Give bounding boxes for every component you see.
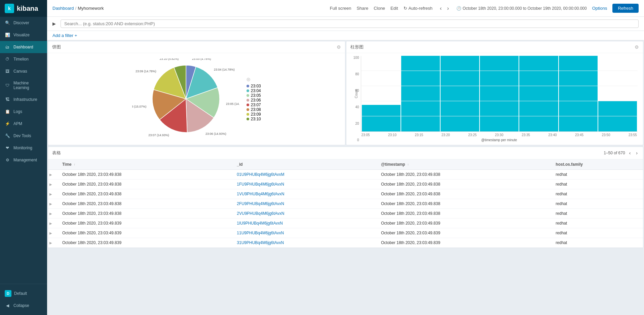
row-expand-7[interactable]: ▶ xyxy=(48,238,58,248)
logo-icon: k xyxy=(5,4,14,13)
th-time[interactable]: Time ↑ xyxy=(58,159,233,170)
table-pagination: 1–50 of 670 ‹ › xyxy=(604,150,639,156)
edit-button[interactable]: Edit xyxy=(390,6,398,11)
row-os-2: redhat xyxy=(552,189,643,199)
row-os-0: redhat xyxy=(552,170,643,180)
row-id-link-0[interactable]: 01U9PHUBq4M6jg6tAvxM xyxy=(237,172,284,177)
search-input[interactable] xyxy=(64,21,635,26)
full-screen-button[interactable]: Full screen xyxy=(330,6,351,11)
add-filter-button[interactable]: Add a filter + xyxy=(52,33,77,38)
row-id-6[interactable]: 11U9PHUBq4M6jg6tAvxN xyxy=(233,228,377,238)
legend-item-7: 23:10 xyxy=(247,117,261,121)
bar-2[interactable] xyxy=(441,56,479,131)
options-button[interactable]: Options xyxy=(592,6,607,11)
row-expand-2[interactable]: ▶ xyxy=(48,189,58,199)
bar-3[interactable] xyxy=(480,56,519,131)
breadcrumb-dashboard[interactable]: Dashboard xyxy=(52,6,74,11)
row-expand-4[interactable]: ▶ xyxy=(48,209,58,219)
sidebar-item-infrastructure[interactable]: 🏗Infrastructure xyxy=(0,93,47,106)
dashboard-icon: 🗂 xyxy=(5,44,10,50)
legend-label-2: 23:05 xyxy=(251,93,261,98)
row-expand-3[interactable]: ▶ xyxy=(48,199,58,209)
th-os[interactable]: host.os.family xyxy=(552,159,643,170)
legend-nav-icon[interactable]: ◎ xyxy=(247,77,261,82)
sidebar-item-monitoring[interactable]: ❤Monitoring xyxy=(0,142,47,154)
sidebar-label-machine-learning: Machine Learning xyxy=(13,81,42,90)
pie-panel-header: 饼图 ⚙ xyxy=(48,41,345,53)
row-id-link-2[interactable]: 1VU9PHUBq4M6jg6tAvxN xyxy=(237,192,284,196)
row-id-0[interactable]: 01U9PHUBq4M6jg6tAvxM xyxy=(233,170,377,180)
row-id-3[interactable]: 2FU9PHUBq4M6jg6tAvxN xyxy=(233,199,377,209)
legend-item-1: 23:04 xyxy=(247,88,261,93)
legend-label-6: 23:09 xyxy=(251,112,261,117)
time-range-display[interactable]: 🕐 October 18th 2020, 23:00:00.000 to Oct… xyxy=(456,6,587,11)
next-page-button[interactable]: › xyxy=(635,150,639,156)
sidebar-label-infrastructure: Infrastructure xyxy=(13,97,37,102)
auto-refresh-button[interactable]: ↻ Auto-refresh xyxy=(404,6,433,11)
row-expand-5[interactable]: ▶ xyxy=(48,219,58,228)
x-label-2305: 23:05 xyxy=(362,133,370,137)
table-row: ▶ October 18th 2020, 23:03:49.839 31U9PH… xyxy=(48,238,643,248)
row-id-link-3[interactable]: 2FU9PHUBq4M6jg6tAvxN xyxy=(237,201,284,206)
sidebar-item-collapse[interactable]: ◀ Collapse xyxy=(0,300,47,312)
next-time-arrow[interactable]: › xyxy=(445,5,451,12)
bar-chart-area: 100 80 60 40 20 0 xyxy=(349,56,638,142)
sidebar-item-dashboard[interactable]: 🗂Dashboard xyxy=(0,41,47,53)
row-id-4[interactable]: 2VU9PHUBq4M6jg6tAvxN xyxy=(233,209,377,219)
grid-line-40 xyxy=(361,86,638,86)
row-id-1[interactable]: 1FU9PHUBq4M6jg6tAvxN xyxy=(233,180,377,189)
row-id-link-5[interactable]: 1IU9PHUBq4M6jg6tAvxN xyxy=(237,221,283,226)
refresh-icon: ↻ xyxy=(404,6,407,11)
sidebar-item-logs[interactable]: 📋Logs xyxy=(0,106,47,118)
row-id-link-7[interactable]: 31U9PHUBq4M6jg6tAvxN xyxy=(237,240,284,245)
row-id-5[interactable]: 1IU9PHUBq4M6jg6tAvxN xyxy=(233,219,377,228)
share-button[interactable]: Share xyxy=(356,6,368,11)
bar-5[interactable] xyxy=(559,56,598,131)
user-avatar: D xyxy=(5,290,11,297)
table-panel: 表格 1–50 of 670 ‹ › Time ↑ _id @timestamp… xyxy=(48,147,643,248)
search-input-wrap xyxy=(61,19,639,28)
sidebar-item-canvas[interactable]: 🖼Canvas xyxy=(0,65,47,77)
row-id-7[interactable]: 31U9PHUBq4M6jg6tAvxN xyxy=(233,238,377,248)
sidebar-item-machine-learning[interactable]: 🛡Machine Learning xyxy=(0,77,47,93)
y-axis-count-label: Count xyxy=(354,89,358,98)
bar-1[interactable] xyxy=(401,56,440,131)
bar-0[interactable] xyxy=(362,105,401,131)
sidebar-item-visualize[interactable]: 📊Visualize xyxy=(0,29,47,41)
prev-page-button[interactable]: ‹ xyxy=(628,150,632,156)
refresh-button[interactable]: Refresh xyxy=(612,4,639,13)
th-timestamp[interactable]: @timestamp ↑ xyxy=(377,159,552,170)
x-label-2315: 23:15 xyxy=(415,133,423,137)
row-expand-1[interactable]: ▶ xyxy=(48,180,58,189)
table-header: Time ↑ _id @timestamp ↑ host.os.family xyxy=(48,159,643,170)
row-os-5: redhat xyxy=(552,219,643,228)
row-id-2[interactable]: 1VU9PHUBq4M6jg6tAvxN xyxy=(233,189,377,199)
row-id-link-4[interactable]: 2VU9PHUBq4M6jg6tAvxN xyxy=(237,211,284,216)
grid-line-80 xyxy=(361,116,638,116)
row-id-link-1[interactable]: 1FU9PHUBq4M6jg6tAvxN xyxy=(237,182,284,187)
bar-6[interactable] xyxy=(598,101,637,131)
clone-button[interactable]: Clone xyxy=(374,6,385,11)
pie-panel-gear[interactable]: ⚙ xyxy=(337,44,341,50)
sidebar-item-apm[interactable]: ⚡APM xyxy=(0,118,47,130)
th-id[interactable]: _id xyxy=(233,159,377,170)
sidebar-item-management[interactable]: ⚙Management xyxy=(0,154,47,166)
sidebar-item-dev-tools[interactable]: 🔧Dev Tools xyxy=(0,130,47,142)
sidebar-user[interactable]: D Default xyxy=(0,287,47,300)
sidebar-label-discover: Discover xyxy=(13,21,29,25)
bar-panel-gear[interactable]: ⚙ xyxy=(635,44,639,50)
prev-time-arrow[interactable]: ‹ xyxy=(438,5,444,12)
row-expand-0[interactable]: ▶ xyxy=(48,170,58,180)
x-label-2350: 23:50 xyxy=(602,133,610,137)
row-id-link-6[interactable]: 11U9PHUBq4M6jg6tAvxN xyxy=(237,231,284,235)
pie-label-4: 23:07 (14.93%) xyxy=(148,133,169,137)
sidebar-item-timelion[interactable]: ⏱Timelion xyxy=(0,53,47,65)
table-row: ▶ October 18th 2020, 23:03:49.839 11U9PH… xyxy=(48,228,643,238)
bar-y-axis: 100 80 60 40 20 0 xyxy=(349,56,361,142)
x-label-2345: 23:45 xyxy=(575,133,583,137)
row-expand-6[interactable]: ▶ xyxy=(48,228,58,238)
bar-4[interactable] xyxy=(519,56,558,131)
legend-item-2: 23:05 xyxy=(247,93,261,98)
sidebar-item-discover[interactable]: 🔍Discover xyxy=(0,17,47,29)
machine-learning-icon: 🛡 xyxy=(5,83,10,88)
